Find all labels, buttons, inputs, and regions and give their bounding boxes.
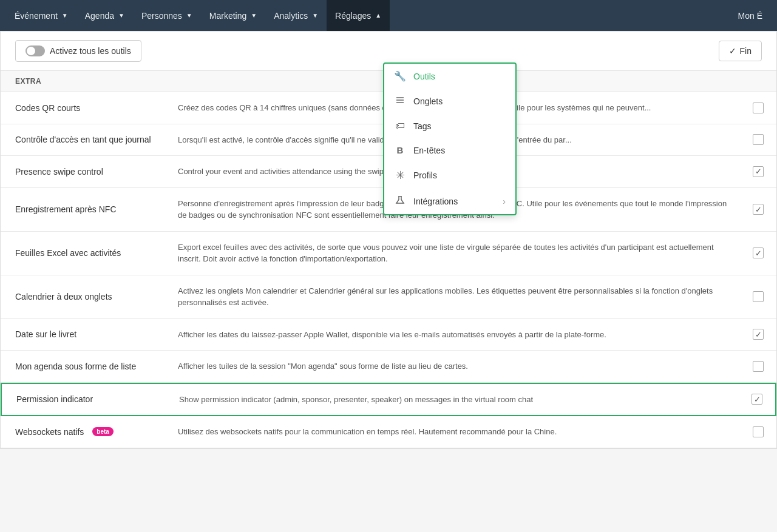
feature-checkbox[interactable] [753,247,764,258]
feature-checkbox-container [740,281,776,312]
feature-checkbox[interactable] [752,394,762,405]
list-icon [394,95,406,107]
feature-description: Activez les onglets Mon calendrier et Ca… [171,275,740,318]
nav-item-agenda[interactable]: Agenda ▼ [76,0,133,31]
feature-checkbox-container [740,93,776,123]
dropdown-item-en-tetes[interactable]: B En-têtes [384,138,515,162]
feature-checkbox-container [740,319,776,349]
activate-all-button[interactable]: Activez tous les outils [15,40,141,62]
feature-name: Mon agenda sous forme de liste [1,352,171,381]
chevron-down-icon: ▼ [118,12,124,19]
feature-description: Utilisez des websockets natifs pour la c… [171,416,740,448]
feature-description: Afficher les tuiles de la session "Mon a… [171,351,740,382]
chevron-down-icon: ▼ [312,12,318,19]
user-menu[interactable]: Mon É [730,11,771,21]
chevron-down-icon: ▼ [62,12,68,19]
feature-name: Permission indicator [2,385,172,414]
feature-checkbox[interactable] [753,103,764,113]
dropdown-item-integrations[interactable]: Intégrations › [384,189,515,214]
feature-row: Feuilles Excel avec activitésExport exce… [1,232,776,275]
dropdown-item-onglets[interactable]: Onglets [384,89,515,114]
feature-name: Enregistrement après NFC [1,195,171,224]
tag-icon: 🏷 [394,121,406,132]
feature-checkbox-container [740,351,776,382]
asterisk-icon: ✳ [394,169,406,182]
chevron-right-icon: › [503,197,506,206]
dropdown-item-outils[interactable]: 🔧 Outils [384,64,515,89]
feature-checkbox[interactable] [753,426,764,437]
feature-checkbox-container [739,384,775,414]
feature-row: Mon agenda sous forme de listeAfficher l… [1,351,776,383]
main-content: Activez tous les outils ✓ Fin 🔧 Outils O… [0,31,777,449]
chevron-down-icon: ▼ [186,12,192,19]
feature-row: Calendrier à deux ongletsActivez les ong… [1,275,776,319]
feature-checkbox[interactable] [753,329,764,340]
feature-checkbox[interactable] [753,291,764,302]
feature-checkbox-container [740,157,776,187]
feature-name: Websockets natifsbeta [1,417,171,446]
chevron-up-icon: ▲ [375,12,381,19]
beta-badge: beta [92,427,114,436]
flask-icon [394,195,406,207]
dropdown-item-tags[interactable]: 🏷 Tags [384,114,515,138]
feature-checkbox[interactable] [753,361,764,372]
nav-item-analytics[interactable]: Analytics ▼ [265,0,327,31]
feature-checkbox[interactable] [753,134,764,145]
feature-description: Export excel feuilles avec des activités… [171,232,740,275]
feature-checkbox[interactable] [753,166,764,177]
fin-button[interactable]: ✓ Fin [719,41,762,61]
feature-description: Show permission indicator (admin, sponso… [172,384,739,416]
reglages-dropdown: 🔧 Outils Onglets 🏷 Tags B En-têtes ✳ Pro… [383,62,517,215]
feature-description: Afficher les dates du laissez-passer App… [171,319,740,351]
toggle-icon [25,45,45,56]
feature-name: Presence swipe control [1,157,171,186]
feature-row: Permission indicatorShow permission indi… [1,383,776,417]
feature-checkbox-container [740,417,776,447]
feature-name: Codes QR courts [1,93,171,123]
nav-item-evenement[interactable]: Événement ▼ [6,0,76,31]
nav-item-marketing[interactable]: Marketing ▼ [201,0,265,31]
nav-item-personnes[interactable]: Personnes ▼ [133,0,201,31]
feature-checkbox[interactable] [753,204,764,215]
chevron-down-icon: ▼ [251,12,257,19]
checkmark-icon: ✓ [729,46,736,56]
feature-row: Date sur le livretAfficher les dates du … [1,319,776,351]
feature-checkbox-container [740,194,776,224]
feature-name: Feuilles Excel avec activités [1,238,171,268]
feature-name: Date sur le livret [1,320,171,349]
feature-name: Contrôle d'accès en tant que journal [1,125,171,154]
feature-checkbox-container [740,124,776,155]
nav-item-reglages[interactable]: Réglages ▲ [327,0,390,31]
feature-name: Calendrier à deux onglets [1,282,171,311]
wrench-icon: 🔧 [394,70,406,82]
dropdown-item-profils[interactable]: ✳ Profils [384,162,515,189]
feature-checkbox-container [740,238,776,268]
bold-icon: B [394,145,406,155]
feature-row: Websockets natifsbetaUtilisez des websoc… [1,416,776,448]
top-navigation: Événement ▼ Agenda ▼ Personnes ▼ Marketi… [0,0,777,31]
